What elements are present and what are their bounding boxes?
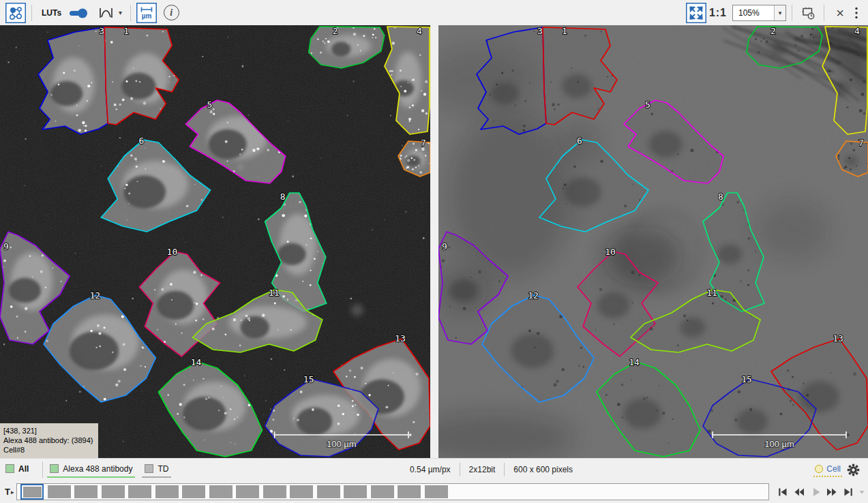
cell-number-label: 2 <box>333 26 338 36</box>
cell-overlay-color-dot <box>815 465 823 473</box>
time-navigation-bar: T ▸ <box>0 481 868 503</box>
window-menu-button[interactable] <box>850 3 863 23</box>
timeline-frame-13[interactable] <box>344 485 367 498</box>
cell-number-label: 8 <box>718 192 723 202</box>
cell-number-label: 13 <box>395 333 406 344</box>
cell-number-label: 1 <box>562 26 567 36</box>
cell-overlay-label: Cell <box>826 464 841 474</box>
cell-number-label: 7 <box>421 138 426 148</box>
overlay-controls: Cell <box>813 463 868 477</box>
timeline-frame-11[interactable] <box>290 485 313 498</box>
timeline-frame-10[interactable] <box>263 485 286 498</box>
time-axis-label: T <box>5 487 10 497</box>
cell-number-label: 14 <box>629 357 640 367</box>
cell-number-label: 11 <box>706 288 717 298</box>
image-info-group: 0.54 µm/px 2x12bit 600 x 600 pixels <box>401 459 582 481</box>
cell-number-label: 9 <box>442 241 447 252</box>
time-axis-expand-icon[interactable]: ▸ <box>11 489 14 496</box>
channel-label: Alexa 488 antibody <box>63 464 132 474</box>
info-icon: i <box>164 5 179 20</box>
toolbar-separator <box>792 5 792 21</box>
timeline-frame-5[interactable] <box>128 485 151 498</box>
timeline-frame-1[interactable] <box>20 484 44 500</box>
luts-toggle[interactable] <box>68 7 89 19</box>
cell-number-label: 8 <box>280 192 286 202</box>
pixel-intensity: Alexa 488 antibody: (3894) <box>3 436 93 445</box>
channel-swatch <box>145 464 153 473</box>
timeline-frame-4[interactable] <box>102 485 125 498</box>
cell-number-label: 5 <box>207 100 213 110</box>
zoom-level-select[interactable]: 105% ▾ <box>732 5 786 21</box>
timeline-frame-16[interactable] <box>425 485 448 498</box>
lut-curve-button[interactable] <box>94 3 117 23</box>
channel-all-toggle[interactable]: All <box>3 462 31 478</box>
timeline-frame-9[interactable] <box>236 485 259 498</box>
fast-forward-button[interactable] <box>824 485 839 499</box>
cell-number-label: 10 <box>167 247 178 257</box>
channel-toggle-td[interactable]: TD <box>142 462 171 478</box>
pixel-coordinates: [438, 321] <box>3 426 93 436</box>
scale-um-button[interactable]: µm <box>136 3 157 23</box>
timeline-frame-6[interactable] <box>155 485 179 498</box>
cell-number-label: 4 <box>854 26 860 36</box>
fast-rewind-button[interactable] <box>792 485 806 499</box>
timeline-frame-3[interactable] <box>74 485 98 498</box>
toolbar-separator <box>824 5 824 21</box>
lut-curve-dropdown-caret[interactable]: ▾ <box>119 9 122 16</box>
timeline-frame-fill <box>23 487 42 498</box>
roi-timing-button[interactable] <box>798 3 818 23</box>
fluorescence-panel[interactable]: 312456789101112131415100 µm [438, 321] A… <box>0 25 430 458</box>
all-channels-label: All <box>18 464 29 474</box>
channel-label: TD <box>158 464 168 474</box>
fast-rewind-icon <box>793 486 805 498</box>
playback-options-button[interactable] <box>857 485 867 499</box>
cell-number-label: 9 <box>3 241 9 252</box>
brightfield-image[interactable]: 312456789101112131415100 µm <box>438 25 868 458</box>
cell-number-label: 6 <box>577 136 582 146</box>
fit-to-view-button[interactable] <box>686 3 706 23</box>
scale-bar-label: 100 µm <box>764 439 794 449</box>
go-first-frame-button[interactable] <box>775 485 790 499</box>
channel-toggle-alexa-488-antibody[interactable]: Alexa 488 antibody <box>47 462 135 478</box>
timeline-frame-8[interactable] <box>209 485 233 498</box>
skip-to-end-icon <box>842 486 854 498</box>
overlay-settings-button[interactable] <box>847 463 860 476</box>
timeline-frame-12[interactable] <box>317 485 340 498</box>
close-button[interactable]: × <box>830 3 850 23</box>
timeline-frame-14[interactable] <box>371 485 394 498</box>
timeline-track[interactable] <box>16 483 769 500</box>
cell-number-label: 14 <box>191 357 202 367</box>
cell-number-label: 15 <box>741 374 752 384</box>
channel-swatch <box>50 464 59 473</box>
toolbar-separator <box>31 5 32 21</box>
timeline-frame-2[interactable] <box>48 485 71 498</box>
cell-number-label: 11 <box>269 288 280 298</box>
cell-number-label: 12 <box>89 290 100 301</box>
node-graph-icon <box>8 5 24 21</box>
one-to-one-zoom-button[interactable]: 1:1 <box>709 7 727 19</box>
cell-number-label: 2 <box>770 26 776 36</box>
bit-depth-label: 2x12bit <box>460 465 505 474</box>
scale-bar-label: 100 µm <box>327 439 357 449</box>
play-icon <box>809 486 822 498</box>
info-button[interactable]: i <box>161 3 181 23</box>
object-id: Cell#8 <box>3 445 93 455</box>
brightfield-panel[interactable]: 312456789101112131415100 µm <box>438 25 868 458</box>
toolbar-left-group: LUTs ▾ <box>5 3 181 23</box>
toggle-on-icon <box>68 7 89 19</box>
fluorescence-image[interactable]: 312456789101112131415100 µm <box>0 25 430 458</box>
pixel-info-overlay: [438, 321] Alexa 488 antibody: (3894) Ce… <box>0 423 98 458</box>
caret-down-icon <box>858 488 866 496</box>
channel-layout-button[interactable] <box>5 3 26 23</box>
expand-arrows-icon <box>688 5 704 21</box>
timeline-frame-15[interactable] <box>398 485 421 498</box>
go-last-frame-button[interactable] <box>841 485 855 499</box>
play-button[interactable] <box>808 485 822 499</box>
top-toolbar: LUTs ▾ <box>0 0 868 25</box>
status-separator <box>42 461 43 478</box>
pixel-scale-label: 0.54 µm/px <box>401 465 460 474</box>
cell-number-label: 1 <box>123 26 129 36</box>
zoom-dropdown-caret[interactable]: ▾ <box>774 5 785 20</box>
cell-overlay-toggle[interactable]: Cell <box>813 463 842 477</box>
timeline-frame-7[interactable] <box>182 485 205 498</box>
